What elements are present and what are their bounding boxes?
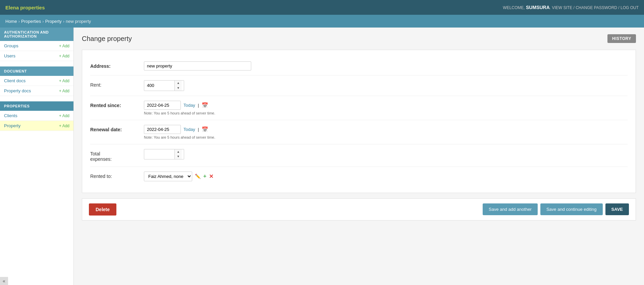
rented-to-label: Rented to: (90, 172, 144, 179)
renewal-date-pipe: | (198, 127, 199, 132)
change-password-link[interactable]: CHANGE PASSWORD (576, 5, 617, 10)
rented-to-select[interactable]: Faiz Ahmed, none Other client (144, 172, 192, 181)
rented-since-field: Today | 📅 Note: You are 5 hours ahead of… (144, 101, 628, 115)
rent-increment-btn[interactable]: ▲ (175, 81, 182, 86)
save-button[interactable]: SAVE (605, 203, 629, 215)
total-expenses-spinner: ▲ ▼ (144, 149, 184, 160)
rented-since-calendar-icon[interactable]: 📅 (202, 102, 208, 108)
history-button[interactable]: HISTORY (607, 34, 636, 43)
breadcrumb-properties[interactable]: Properties (21, 19, 41, 24)
layout: AUTHENTICATION ANDAUTHORIZATION Groups +… (0, 28, 644, 285)
sidebar-property-docs-add[interactable]: + Add (59, 89, 69, 93)
form-row-rented-since: Rented since: Today | 📅 Note: You are 5 … (90, 96, 628, 120)
form-row-renewal-date: Renewal date: Today | 📅 Note: You are 5 … (90, 120, 628, 144)
username: SUMSURA (526, 5, 550, 10)
total-expenses-input[interactable] (144, 150, 174, 158)
sidebar-item-clients[interactable]: Clients + Add (0, 111, 73, 121)
total-expenses-label: Totalexpenses: (90, 149, 144, 162)
action-bar: Delete Save and add another Save and con… (82, 198, 636, 221)
sidebar-property-add[interactable]: + Add (59, 124, 69, 128)
rented-since-input[interactable] (144, 101, 181, 110)
rented-since-date-row: Today | 📅 (144, 101, 628, 110)
main-content: Change property HISTORY Address: Rent: ▲ (74, 28, 644, 285)
top-header: Elena properties WELCOME, SUMSURA. VIEW … (0, 0, 644, 15)
view-site-link[interactable]: VIEW SITE (552, 5, 572, 10)
renewal-date-input[interactable] (144, 125, 181, 134)
rent-spinner-btns: ▲ ▼ (174, 81, 182, 91)
rented-to-field: Faiz Ahmed, none Other client ✏️ + ✕ (144, 172, 628, 181)
total-expenses-decrement-btn[interactable]: ▼ (175, 154, 182, 159)
renewal-date-today-link[interactable]: Today (183, 127, 195, 132)
sidebar-collapse-btn[interactable]: « (0, 277, 8, 285)
breadcrumb-sep-1: › (18, 19, 20, 24)
rent-field: ▲ ▼ (144, 80, 628, 91)
address-input[interactable] (144, 61, 251, 70)
rented-since-label: Rented since: (90, 101, 144, 108)
breadcrumb-property[interactable]: Property (45, 19, 62, 24)
sidebar-section-auth: AUTHENTICATION ANDAUTHORIZATION (0, 28, 73, 41)
sidebar-groups-add[interactable]: + Add (59, 44, 69, 48)
total-expenses-spinner-btns: ▲ ▼ (174, 149, 182, 159)
rented-since-pipe: | (198, 103, 199, 108)
sidebar-item-groups[interactable]: Groups + Add (0, 41, 73, 51)
form-row-rented-to: Rented to: Faiz Ahmed, none Other client… (90, 167, 628, 186)
renewal-date-row: Today | 📅 (144, 125, 628, 134)
renewal-date-field: Today | 📅 Note: You are 5 hours ahead of… (144, 125, 628, 139)
renewal-date-calendar-icon[interactable]: 📅 (202, 126, 208, 133)
total-expenses-field: ▲ ▼ (144, 149, 628, 160)
content-header: Change property HISTORY (82, 34, 636, 43)
address-field (144, 61, 628, 70)
sidebar-clients-add[interactable]: + Add (59, 113, 69, 118)
sidebar-item-client-docs[interactable]: Client docs + Add (0, 76, 73, 86)
sidebar-item-users[interactable]: Users + Add (0, 51, 73, 61)
save-actions: Save and add another Save and continue e… (483, 203, 629, 215)
form-container: Address: Rent: ▲ ▼ (82, 50, 636, 193)
renewal-date-label: Renewal date: (90, 125, 144, 132)
sidebar-client-docs-add[interactable]: + Add (59, 79, 69, 83)
renewal-date-note: Note: You are 5 hours ahead of server ti… (144, 135, 628, 139)
form-row-total-expenses: Totalexpenses: ▲ ▼ (90, 144, 628, 167)
save-continue-editing-button[interactable]: Save and continue editing (540, 203, 603, 215)
total-expenses-increment-btn[interactable]: ▲ (175, 149, 182, 154)
save-add-another-button[interactable]: Save and add another (483, 203, 538, 215)
form-row-address: Address: (90, 57, 628, 76)
log-out-link[interactable]: LOG OUT (621, 5, 639, 10)
rented-to-delete-icon[interactable]: ✕ (209, 173, 213, 180)
sidebar-users-link[interactable]: Users (4, 53, 15, 58)
delete-button[interactable]: Delete (89, 203, 116, 216)
sidebar-section-properties: PROPERTIES (0, 101, 73, 111)
rented-to-edit-icon[interactable]: ✏️ (195, 174, 201, 179)
rented-since-today-link[interactable]: Today (183, 103, 195, 108)
sidebar-users-add[interactable]: + Add (59, 54, 69, 58)
sidebar-property-link[interactable]: Property (4, 123, 20, 128)
user-info: WELCOME, SUMSURA. VIEW SITE / CHANGE PAS… (503, 5, 639, 10)
sidebar-item-property[interactable]: Property + Add (0, 121, 73, 131)
breadcrumb-sep-3: › (63, 19, 64, 24)
rented-to-row: Faiz Ahmed, none Other client ✏️ + ✕ (144, 172, 628, 181)
site-name: Elena properties (5, 5, 45, 10)
breadcrumb-bar: Home › Properties › Property › new prope… (0, 15, 644, 28)
breadcrumb-home[interactable]: Home (5, 19, 17, 24)
rented-to-add-icon[interactable]: + (203, 173, 206, 179)
sidebar: AUTHENTICATION ANDAUTHORIZATION Groups +… (0, 28, 74, 285)
breadcrumb-sep-2: › (42, 19, 44, 24)
sidebar-item-property-docs[interactable]: Property docs + Add (0, 86, 73, 96)
sidebar-client-docs-link[interactable]: Client docs (4, 78, 25, 83)
rent-spinner: ▲ ▼ (144, 80, 184, 91)
rent-decrement-btn[interactable]: ▼ (175, 86, 182, 91)
page-title: Change property (82, 35, 132, 43)
form-row-rent: Rent: ▲ ▼ (90, 76, 628, 96)
sidebar-groups-link[interactable]: Groups (4, 43, 18, 48)
sidebar-property-docs-link[interactable]: Property docs (4, 88, 31, 93)
sidebar-clients-link[interactable]: Clients (4, 113, 17, 118)
rent-label: Rent: (90, 80, 144, 88)
sidebar-section-document: DOCUMENT (0, 66, 73, 76)
rent-input[interactable] (144, 81, 174, 90)
rented-since-note: Note: You are 5 hours ahead of server ti… (144, 111, 628, 115)
welcome-prefix: WELCOME, (503, 5, 525, 10)
address-label: Address: (90, 61, 144, 69)
breadcrumb-current: new property (66, 19, 91, 24)
